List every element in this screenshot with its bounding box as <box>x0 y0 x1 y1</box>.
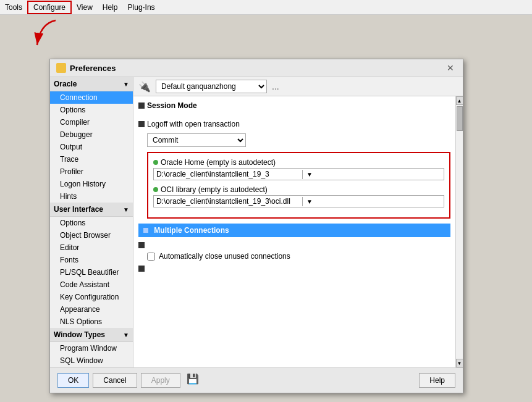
logoff-select[interactable]: Commit Rollback Ask <box>147 133 246 147</box>
logoff-row: Logoff with open transaction <box>138 120 450 128</box>
sidebar-item-compiler[interactable]: Compiler <box>50 116 133 128</box>
oracle-home-label-row: Oracle Home (empty is autodetect) <box>153 158 444 167</box>
menu-plugins[interactable]: Plug-Ins <box>123 2 160 13</box>
arrow-annotation <box>28 17 65 54</box>
session-mode-label: Session Mode <box>147 101 197 110</box>
sidebar-section-ui-label: User Interface <box>54 205 103 214</box>
dialog-body: Oracle ▼ Connection Options Compiler Deb… <box>50 77 463 367</box>
sidebar-item-ui-options[interactable]: Options <box>50 217 133 229</box>
dialog-title: Preferences <box>56 63 116 73</box>
help-button[interactable]: Help <box>419 373 455 388</box>
dialog-footer: OK Cancel Apply 💾 Help <box>50 367 463 393</box>
sidebar-section-user-interface[interactable]: User Interface ▼ <box>50 203 133 217</box>
profile-select[interactable]: Default ganquanzhong <box>156 80 267 93</box>
save-icon[interactable]: 💾 <box>187 373 199 388</box>
auto-close-label: Automatically close unused connections <box>159 252 290 261</box>
sidebar-item-test-window[interactable]: Test Window <box>50 367 133 367</box>
mc-marker <box>143 228 148 233</box>
oracle-config-box: Oracle Home (empty is autodetect) ▼ <box>147 152 450 219</box>
oci-library-label-row: OCI library (empty is autodetect) <box>153 185 444 194</box>
profile-icon: 🔌 <box>138 81 151 93</box>
sidebar-item-logon-history[interactable]: Logon History <box>50 178 133 190</box>
menu-help[interactable]: Help <box>98 2 123 13</box>
oracle-home-input[interactable] <box>154 169 302 180</box>
sidebar-item-object-browser[interactable]: Object Browser <box>50 229 133 241</box>
sidebar: Oracle ▼ Connection Options Compiler Deb… <box>50 77 133 367</box>
scroll-down-arrow[interactable]: ▼ <box>456 359 463 367</box>
preferences-icon <box>56 63 66 73</box>
mc-section-marker <box>138 242 145 248</box>
oci-library-dropdown[interactable]: ▼ <box>153 195 444 207</box>
multiple-connections-label: Multiple Connections <box>154 226 229 235</box>
sidebar-item-fonts[interactable]: Fonts <box>50 254 133 266</box>
ok-button[interactable]: OK <box>57 373 89 388</box>
logoff-select-row: Commit Rollback Ask <box>147 133 450 147</box>
footer-left-buttons: OK Cancel Apply 💾 <box>57 373 199 388</box>
preferences-dialog: Preferences ✕ Oracle ▼ Connection Option… <box>49 59 463 393</box>
auto-close-checkbox[interactable] <box>147 253 155 261</box>
sidebar-item-sql-window[interactable]: SQL Window <box>50 354 133 367</box>
ui-section-arrow: ▼ <box>123 206 129 213</box>
multiple-connections-section: Multiple Connections <box>138 224 450 237</box>
sidebar-item-nls-options[interactable]: NLS Options <box>50 316 133 328</box>
sidebar-item-trace[interactable]: Trace <box>50 153 133 165</box>
oracle-home-dropdown-arrow[interactable]: ▼ <box>302 170 316 179</box>
sidebar-item-debugger[interactable]: Debugger <box>50 128 133 141</box>
sidebar-section-wt-label: Window Types <box>54 330 105 339</box>
menubar: Tools Configure View Help Plug-Ins <box>0 0 532 15</box>
scroll-thumb[interactable] <box>457 106 463 131</box>
oracle-section-arrow: ▼ <box>123 81 129 88</box>
right-scrollbar[interactable]: ▲ ▼ <box>455 96 463 367</box>
logoff-label: Logoff with open transaction <box>147 120 240 128</box>
sidebar-item-plsql-beautifier[interactable]: PL/SQL Beautifier <box>50 266 133 278</box>
oracle-home-field-row: Oracle Home (empty is autodetect) ▼ <box>153 158 444 180</box>
auto-close-row: Automatically close unused connections <box>147 252 450 261</box>
dialog-close-button[interactable]: ✕ <box>444 63 457 73</box>
menu-tools[interactable]: Tools <box>0 2 27 13</box>
dialog-title-text: Preferences <box>70 64 116 73</box>
sidebar-section-oracle-label: Oracle <box>54 80 77 88</box>
sidebar-item-connection[interactable]: Connection <box>50 91 133 104</box>
sidebar-item-key-configuration[interactable]: Key Configuration <box>50 291 133 303</box>
mc-marker-row <box>138 242 450 248</box>
sidebar-item-editor[interactable]: Editor <box>50 241 133 254</box>
menu-configure[interactable]: Configure <box>27 1 72 14</box>
oci-library-input[interactable] <box>154 196 302 207</box>
panel-content: Session Mode Logoff with open transactio… <box>133 96 455 367</box>
right-panel: 🔌 Default ganquanzhong ... Session Mode <box>133 77 463 367</box>
toolbar-more-button[interactable]: ... <box>272 82 279 91</box>
oci-library-dropdown-arrow[interactable]: ▼ <box>302 197 316 206</box>
sidebar-section-window-types[interactable]: Window Types ▼ <box>50 328 133 342</box>
oci-library-field-row: OCI library (empty is autodetect) ▼ <box>153 185 444 207</box>
menu-view[interactable]: View <box>72 2 98 13</box>
oci-library-label: OCI library (empty is autodetect) <box>161 185 268 194</box>
session-mode-marker <box>138 103 145 109</box>
sidebar-item-output[interactable]: Output <box>50 141 133 153</box>
oracle-home-label: Oracle Home (empty is autodetect) <box>161 158 276 167</box>
panel-toolbar: 🔌 Default ganquanzhong ... <box>133 77 463 96</box>
oci-library-indicator <box>153 187 158 192</box>
wt-section-arrow: ▼ <box>123 332 129 338</box>
sidebar-item-profiler[interactable]: Profiler <box>50 165 133 178</box>
apply-button[interactable]: Apply <box>141 373 180 388</box>
dialog-titlebar: Preferences ✕ <box>50 59 463 77</box>
oracle-home-indicator <box>153 160 158 165</box>
scroll-up-arrow[interactable]: ▲ <box>456 96 463 105</box>
sidebar-item-code-assistant[interactable]: Code Assistant <box>50 278 133 291</box>
cancel-button[interactable]: Cancel <box>93 373 137 388</box>
bottom-section-marker <box>138 266 145 272</box>
sidebar-item-program-window[interactable]: Program Window <box>50 342 133 354</box>
sidebar-item-appearance[interactable]: Appearance <box>50 303 133 316</box>
sidebar-item-hints[interactable]: Hints <box>50 190 133 203</box>
session-mode-row: Session Mode <box>138 101 450 110</box>
logoff-marker <box>138 121 145 127</box>
oracle-home-dropdown[interactable]: ▼ <box>153 168 444 180</box>
bottom-marker-row <box>138 266 450 272</box>
sidebar-item-options[interactable]: Options <box>50 104 133 116</box>
sidebar-section-oracle[interactable]: Oracle ▼ <box>50 77 133 91</box>
